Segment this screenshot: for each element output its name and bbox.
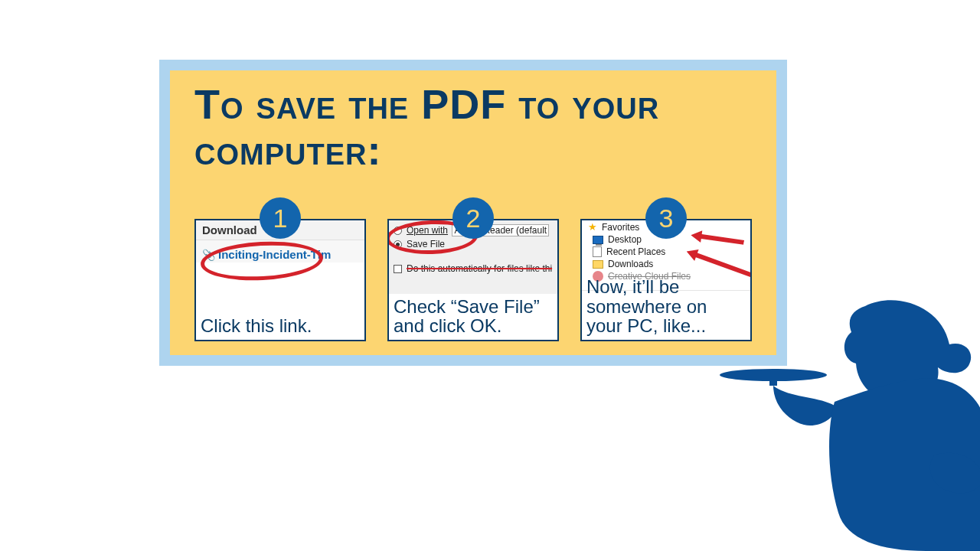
star-icon: ★ [588, 221, 597, 233]
recent-places-icon [593, 246, 602, 257]
step-1-caption: Click this link. [201, 316, 360, 335]
auto-row: Do this automatically for files like thi [394, 262, 553, 276]
recent-row[interactable]: Recent Places [582, 246, 750, 258]
downloads-row[interactable]: Downloads [582, 258, 750, 270]
downloads-label: Downloads [608, 259, 653, 269]
downloads-folder-icon [593, 260, 603, 269]
step-3: 3 ★ Favorites Desktop [580, 219, 752, 341]
outer-frame: To save the PDF to your computer: 1 Down… [159, 60, 787, 366]
auto-label: Do this automatically for files like thi [407, 263, 552, 274]
page-title: To save the PDF to your computer: [194, 81, 752, 174]
checkbox-auto[interactable] [394, 265, 402, 273]
open-with-text: Open with [407, 225, 448, 236]
step-1-link[interactable]: Inciting-Incident-Tim [218, 248, 331, 261]
radio-save-file[interactable] [394, 240, 402, 249]
step-3-caption: Now, it’ll be somewhere on your PC, like… [586, 277, 746, 335]
step-1: 1 Download 📎 Inciting-Incident-Tim Click… [194, 219, 366, 341]
step-2-badge: 2 [452, 197, 494, 239]
recent-label: Recent Places [606, 246, 665, 257]
stage: To save the PDF to your computer: 1 Down… [0, 0, 980, 551]
svg-rect-3 [769, 375, 777, 386]
step-2-caption: Check “Save File” and click OK. [394, 297, 553, 335]
svg-point-2 [720, 369, 827, 381]
desktop-icon [593, 236, 603, 244]
paperclip-icon: 📎 [202, 249, 215, 261]
inner-panel: To save the PDF to your computer: 1 Down… [170, 70, 776, 355]
radio-open-with[interactable] [394, 227, 402, 235]
step-2: 2 Open with Adobe Reader (default [387, 219, 559, 341]
save-file-label: Save File [407, 239, 445, 249]
step-1-link-row: 📎 Inciting-Incident-Tim [196, 240, 364, 262]
step-3-badge: 3 [645, 197, 687, 239]
favorites-label: Favorites [602, 222, 639, 233]
save-file-row: Save File [394, 237, 553, 251]
steps-row: 1 Download 📎 Inciting-Incident-Tim Click… [194, 219, 752, 341]
step-1-badge: 1 [260, 197, 301, 239]
desktop-label: Desktop [608, 234, 642, 245]
